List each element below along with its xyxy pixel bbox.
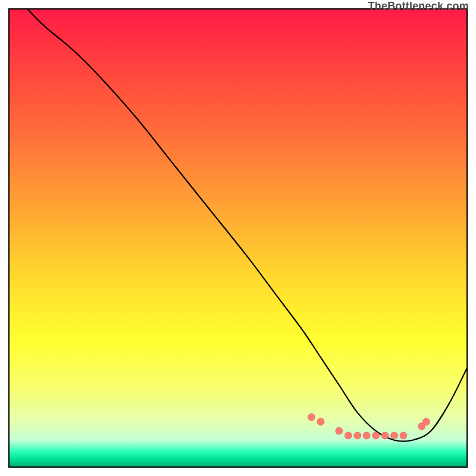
gradient-background [8,8,468,468]
watermark-text: TheBottleneck.com [368,0,469,12]
chart-stage: TheBottleneck.com [0,0,476,476]
